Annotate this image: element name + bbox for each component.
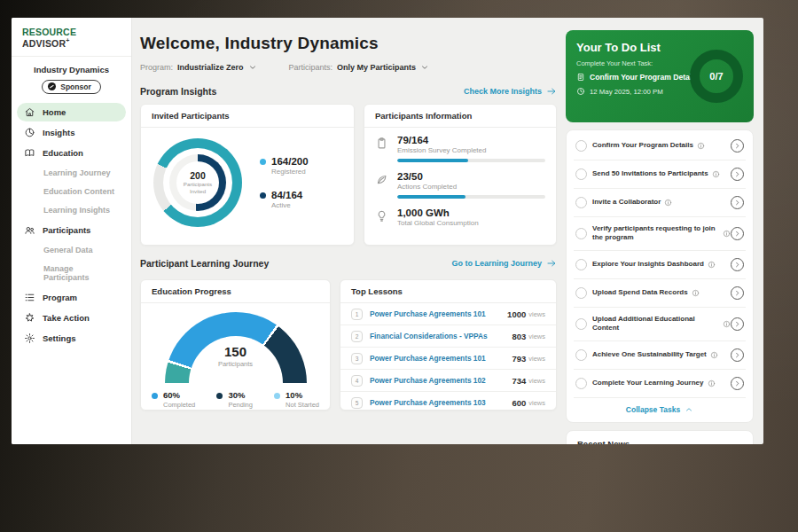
learning-journey-title: Participant Learning Journey	[140, 258, 269, 269]
task-checkbox[interactable]	[575, 140, 587, 152]
sidebar-item-icon	[24, 106, 35, 118]
task-open-button[interactable]	[731, 258, 744, 271]
lesson-row[interactable]: 1 Power Purchase Agreements 101 1000 vie…	[340, 303, 556, 325]
sidebar-item[interactable]: Home	[17, 103, 126, 121]
task-checkbox[interactable]	[575, 259, 587, 270]
task-open-button[interactable]	[731, 317, 744, 331]
lesson-views-suffix: views	[528, 377, 545, 385]
task-doc-icon	[576, 73, 585, 82]
sidebar-item[interactable]: General Data	[17, 242, 126, 258]
sidebar-item[interactable]: Take Action	[17, 309, 126, 327]
sidebar-item[interactable]: Manage Participants	[17, 261, 126, 286]
lesson-row[interactable]: 3 Power Purchase Agreements 101 793 view…	[340, 348, 556, 370]
sidebar-item-label: Insights	[43, 128, 74, 137]
program-filter[interactable]: Program: Industrialize Zero	[140, 63, 257, 72]
task-open-button[interactable]	[731, 286, 744, 300]
invited-legend: 164/200 Registered 84/164 Active	[260, 156, 309, 209]
sidebar-item[interactable]: Learning Insights	[17, 202, 126, 218]
info-icon[interactable]	[712, 170, 720, 178]
collapse-tasks-link[interactable]: Collapse Tasks	[574, 398, 746, 420]
task-row: Achieve One Sustainability Target	[574, 341, 746, 370]
info-icon[interactable]	[664, 199, 672, 207]
sidebar-item-label: Learning Journey	[43, 168, 111, 177]
task-checkbox[interactable]	[575, 378, 587, 389]
info-icon[interactable]	[723, 230, 731, 238]
lesson-views-value: 600	[512, 398, 526, 408]
task-open-button[interactable]	[731, 139, 744, 153]
lesson-views-value: 803	[512, 332, 526, 341]
task-checkbox[interactable]	[575, 228, 587, 239]
chevron-right-icon	[733, 379, 741, 387]
check-more-insights-link[interactable]: Check More Insights	[464, 86, 557, 97]
task-open-button[interactable]	[731, 227, 744, 240]
lesson-link[interactable]: Power Purchase Agreements 103	[370, 398, 512, 407]
task-checkbox[interactable]	[575, 287, 587, 299]
sidebar-item-label: Education Content	[43, 187, 114, 196]
chevron-right-icon	[733, 170, 741, 178]
sidebar-item[interactable]: Program	[17, 288, 126, 307]
task-label: Verify participants requesting to join t…	[592, 224, 719, 243]
arrow-right-icon	[546, 86, 557, 97]
task-label: Invite a Collaborator	[592, 198, 661, 207]
info-icon[interactable]	[708, 379, 716, 387]
task-label: Upload Additional Educational Content	[592, 315, 719, 333]
task-checkbox[interactable]	[575, 168, 587, 180]
invited-participants-donut: 200 Participants Invited	[153, 138, 242, 227]
participants-information-card-title: Participants Information	[364, 105, 556, 128]
todo-next-task: Confirm Your Program Details	[590, 73, 698, 82]
lesson-link[interactable]: Financial Considerations - VPPAs	[370, 332, 512, 340]
task-checkbox[interactable]	[575, 197, 587, 208]
chevron-right-icon	[733, 142, 741, 150]
todo-due-date: 12 May 2025, 12:00 PM	[590, 88, 663, 96]
info-icon[interactable]	[708, 261, 716, 269]
sidebar-item[interactable]: Insights	[17, 123, 126, 142]
sidebar-item[interactable]: Participants	[17, 221, 126, 239]
task-checkbox[interactable]	[575, 349, 587, 361]
donut-outer-hole: 200 Participants Invited	[163, 148, 232, 217]
lesson-row[interactable]: 4 Power Purchase Agreements 102 734 view…	[340, 370, 556, 392]
sidebar-item[interactable]: Education Content	[17, 184, 126, 200]
sidebar-item[interactable]: Learning Journey	[17, 165, 126, 181]
task-open-button[interactable]	[731, 348, 744, 362]
sidebar-item-icon	[24, 147, 35, 159]
legend-dot	[152, 393, 158, 399]
lesson-views-suffix: views	[528, 310, 545, 318]
stat-progress-track	[397, 159, 545, 162]
task-open-button[interactable]	[731, 196, 744, 209]
sponsor-badge: Sponsor	[42, 80, 100, 94]
task-open-button[interactable]	[731, 377, 744, 390]
info-icon[interactable]	[692, 289, 700, 297]
gauge-legend: 60% Completed 30% Pending	[141, 383, 330, 409]
sidebar-item-label: Learning Insights	[43, 206, 110, 215]
sidebar-item-label: Education	[43, 148, 83, 158]
task-open-button[interactable]	[731, 168, 744, 181]
sidebar-nav: Home Insights Education Learning	[12, 103, 131, 348]
sidebar-item[interactable]: Settings	[17, 329, 126, 348]
lesson-row[interactable]: 2 Financial Considerations - VPPAs 803 v…	[340, 325, 556, 348]
legend-dot	[216, 393, 223, 399]
lesson-link[interactable]: Power Purchase Agreements 101	[370, 354, 512, 363]
stat-icon	[375, 173, 388, 186]
legend-item: 164/200 Registered	[260, 156, 309, 176]
stat-label: Emission Survey Completed	[397, 146, 545, 154]
participants-filter[interactable]: Participants: Only My Participants	[289, 63, 430, 72]
participants-filter-value: Only My Participants	[337, 63, 416, 72]
lesson-row[interactable]: 5 Power Purchase Agreements 103 600 view…	[340, 392, 556, 413]
info-icon[interactable]	[697, 142, 705, 150]
lesson-link[interactable]: Power Purchase Agreements 101	[370, 309, 507, 318]
legend-value: 10%	[286, 390, 319, 400]
task-checkbox[interactable]	[575, 318, 587, 330]
legend-dot	[274, 393, 280, 399]
stat-value: 23/50	[397, 171, 545, 182]
stat-row: 79/164 Emission Survey Completed	[364, 128, 556, 164]
logo-primary: RESOURCE	[22, 27, 76, 37]
donut-center-label: Participants Invited	[178, 181, 217, 195]
info-icon[interactable]	[710, 351, 718, 359]
filters-row: Program: Industrialize Zero Participants…	[140, 63, 557, 72]
stat-icon	[375, 209, 388, 223]
sidebar-item[interactable]: Education	[17, 144, 126, 162]
task-row: Explore Your Insights Dashboard	[574, 251, 746, 279]
lesson-link[interactable]: Power Purchase Agreements 102	[370, 376, 512, 385]
go-to-learning-journey-link[interactable]: Go to Learning Journey	[451, 258, 557, 269]
info-icon[interactable]	[723, 320, 731, 328]
